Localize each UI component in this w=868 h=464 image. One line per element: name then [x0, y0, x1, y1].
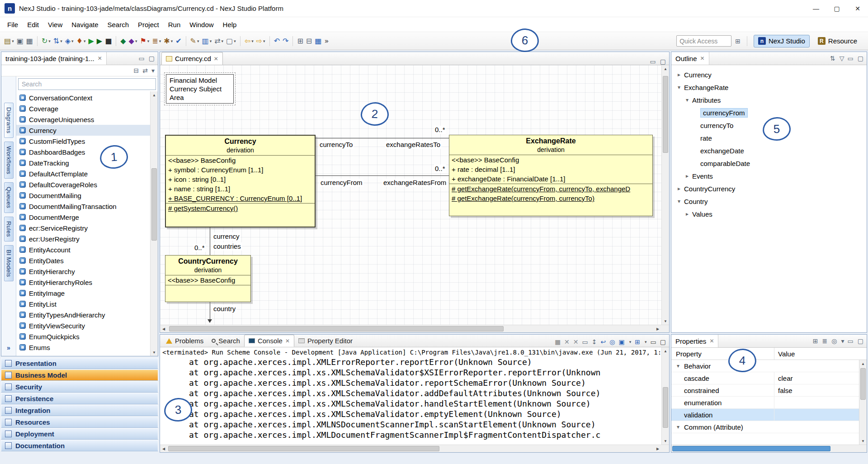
scroll-down-icon[interactable]: ▼ — [859, 437, 867, 445]
dropdown-arrow-icon[interactable]: ▾ — [171, 39, 173, 43]
menu-navigate[interactable]: Navigate — [67, 17, 103, 32]
console-horizontal-scrollbar[interactable]: ◀ ▶ — [160, 445, 661, 452]
list-item-defaultacttemplate[interactable]: DefaultActTemplate — [16, 168, 150, 179]
list-item-entitytypesandhierarchy[interactable]: EntityTypesAndHierarchy — [16, 309, 150, 320]
list-item-entityimage[interactable]: EntityImage — [16, 288, 150, 298]
dropdown-arrow-icon[interactable]: ▾ — [135, 39, 137, 43]
tree-icon[interactable]: ⊟ — [306, 38, 312, 45]
dropdown-arrow-icon[interactable]: ▾ — [84, 39, 86, 43]
outline-item-values[interactable]: ▸Values — [671, 208, 867, 220]
scrollbar-thumb[interactable] — [663, 387, 668, 428]
tree-arrow-icon[interactable]: ▸ — [684, 173, 690, 179]
menu-view[interactable]: View — [43, 17, 67, 32]
dropdown-arrow-icon[interactable]: ▾ — [263, 39, 265, 43]
dropdown-arrow-icon[interactable]: ▾ — [210, 39, 212, 43]
back-icon[interactable]: ⇦▾ — [245, 38, 254, 45]
maximize-view-icon[interactable]: ▢ — [149, 55, 155, 62]
clear-console-icon[interactable]: ▭ — [582, 339, 588, 345]
outline-item-attributes[interactable]: ▾Attributes — [671, 94, 867, 106]
link-icon[interactable]: ⊞ — [297, 38, 303, 45]
properties-horizontal-scrollbar[interactable] — [671, 445, 859, 452]
profile-icon[interactable]: ◆▾ — [129, 38, 137, 45]
open-perspective-icon[interactable]: ⊞ — [735, 38, 741, 44]
list-item-documentmerge[interactable]: DocumentMerge — [16, 212, 150, 223]
list-item-entityviewsecurity[interactable]: EntityViewSecurity — [16, 320, 150, 331]
list-item-conversationcontext[interactable]: ConversationContext — [16, 92, 150, 103]
minimize-view-icon[interactable]: ▭ — [848, 55, 854, 62]
class-box-currency[interactable]: Currency derivation <<base>> BaseConfig … — [165, 135, 316, 227]
open-console-icon[interactable]: ⊞ — [635, 339, 640, 345]
dropdown-arrow-icon[interactable]: ▾ — [234, 39, 236, 43]
quick-access-input[interactable] — [676, 35, 731, 47]
scrollbar-thumb[interactable] — [168, 446, 439, 451]
link-editor-icon[interactable]: ⇄ — [142, 67, 148, 74]
side-tab-bi-models[interactable]: BI Models — [4, 245, 14, 282]
scroll-left-icon[interactable]: ◀ — [160, 445, 167, 452]
database-icon[interactable]: ≣▾ — [152, 38, 161, 45]
security-icon[interactable]: ♦▾ — [76, 38, 86, 45]
layer-integration[interactable]: Integration — [1, 405, 158, 416]
maximize-icon[interactable]: ▢ — [660, 339, 666, 345]
remove-launch-icon[interactable]: ✕ — [564, 339, 570, 345]
tree-arrow-icon[interactable]: ▾ — [676, 198, 682, 204]
outline-item-exchangedate[interactable]: exchangeDate — [671, 144, 867, 157]
perspective-resource[interactable]: R Resource — [813, 35, 862, 47]
close-icon[interactable]: ✕ — [285, 338, 290, 344]
list-item-coverageuniqueness[interactable]: CoverageUniqueness — [16, 114, 150, 125]
list-item-entityhierarchy[interactable]: EntityHierarchy — [16, 266, 150, 277]
properties-tab[interactable]: Properties ✕ — [671, 335, 718, 347]
validate-icon[interactable]: ✔ — [175, 38, 181, 45]
sync-icon[interactable]: ⇅▾ — [53, 38, 62, 45]
save-all-icon[interactable]: ▦ — [26, 38, 33, 45]
editor-vertical-scrollbar[interactable]: ▲ ▼ — [661, 65, 669, 325]
property-row-enumeration[interactable]: enumeration — [671, 397, 859, 409]
tab-search[interactable]: Search — [208, 335, 244, 347]
layer-presentation[interactable]: Presentation — [1, 358, 158, 369]
list-item-dashboardbadges[interactable]: DashboardBadges — [16, 147, 150, 157]
display-console-icon[interactable]: ▣ — [619, 339, 625, 345]
grid-icon[interactable]: ▦ — [315, 38, 321, 45]
menu-file[interactable]: File — [3, 17, 23, 32]
close-icon[interactable]: ✕ — [214, 56, 218, 62]
dropdown-arrow-icon[interactable]: ▾ — [222, 39, 224, 43]
show-categories-icon[interactable]: ⊞ — [813, 338, 818, 344]
filter-icon[interactable]: ▽ — [840, 55, 844, 62]
tree-arrow-icon[interactable]: ▾ — [684, 97, 690, 103]
diagram-note[interactable]: Financial Model Currency Subject Area — [166, 74, 234, 104]
side-tab-rules[interactable]: Rules — [4, 217, 14, 241]
diagram-canvas[interactable]: Financial Model Currency Subject Area cu… — [160, 65, 661, 325]
scroll-left-icon[interactable]: ◀ — [160, 325, 167, 332]
redo-icon[interactable]: ↷ — [283, 38, 288, 45]
list-item-datetracking[interactable]: DateTracking — [16, 157, 150, 168]
property-row-cascade[interactable]: cascadeclear — [671, 372, 859, 384]
tree-arrow-icon[interactable]: ▸ — [684, 211, 690, 217]
explorer-tab[interactable]: training-103-jade (training-1... ✕ — [1, 52, 107, 65]
remove-all-launches-icon[interactable]: ✕ — [573, 339, 579, 345]
scroll-up-icon[interactable]: ▲ — [151, 91, 158, 99]
dropdown-arrow-icon[interactable]: ▾ — [48, 39, 51, 43]
run-icon[interactable]: ▶ — [89, 38, 94, 45]
layer-deployment[interactable]: Deployment — [1, 428, 158, 440]
edit-icon[interactable]: ✎▾ — [190, 38, 199, 45]
list-item-entityhierarchyroles[interactable]: EntityHierarchyRoles — [16, 277, 150, 288]
scroll-up-icon[interactable]: ▲ — [662, 347, 669, 355]
close-icon[interactable]: ✕ — [709, 338, 714, 344]
list-item-currency[interactable]: Currency — [16, 125, 150, 136]
collapse-all-icon[interactable]: ⊟ — [134, 67, 139, 74]
scrollbar-thumb[interactable] — [672, 446, 830, 451]
tree-arrow-icon[interactable]: ▸ — [676, 71, 682, 78]
layer-business-model[interactable]: Business Model — [1, 369, 158, 381]
list-item-customfieldtypes[interactable]: CustomFieldTypes — [16, 136, 150, 147]
outline-item-exchangerate[interactable]: ▾ExchangeRate — [671, 81, 867, 94]
list-item-entitydates[interactable]: EntityDates — [16, 255, 150, 266]
property-row-common-attribute-[interactable]: ▾Common (Attribute) — [671, 421, 859, 433]
scroll-down-icon[interactable]: ▼ — [662, 437, 669, 445]
outline-item-countrycurrency[interactable]: ▸CountryCurrency — [671, 182, 867, 195]
view-menu-icon[interactable]: ▾ — [841, 338, 844, 344]
dropdown-arrow-icon[interactable]: ▾ — [159, 39, 161, 43]
tree-arrow-icon[interactable]: ▸ — [676, 185, 682, 192]
list-item-coverage[interactable]: Coverage — [16, 103, 150, 114]
dropdown-arrow-icon[interactable]: ▾ — [645, 340, 647, 344]
scrollbar-thumb[interactable] — [151, 168, 157, 241]
scroll-right-icon[interactable]: ▶ — [654, 445, 661, 452]
